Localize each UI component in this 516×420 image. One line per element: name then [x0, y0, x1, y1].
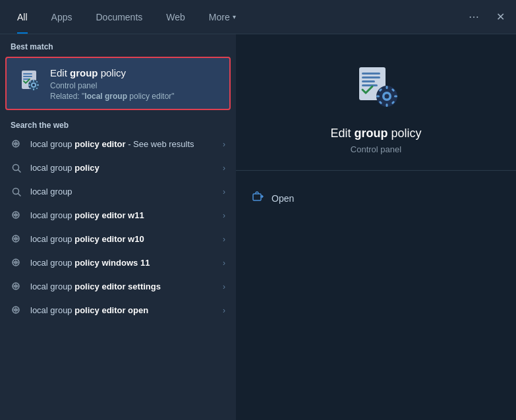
open-icon — [252, 191, 264, 206]
list-item[interactable]: local group policy windows 11 › — [0, 251, 236, 275]
search-icon — [11, 162, 22, 174]
web-search-icon — [11, 233, 22, 245]
svg-point-6 — [32, 84, 35, 86]
list-item[interactable]: local group policy editor w10 › — [0, 227, 236, 251]
chevron-right-icon: › — [223, 187, 225, 196]
best-match-item[interactable]: Edit group policy Control panel Related:… — [5, 57, 231, 110]
policy-app-icon-small — [16, 67, 42, 94]
search-item-text: local group policy — [30, 163, 215, 174]
svg-rect-8 — [33, 88, 34, 90]
list-item[interactable]: local group policy editor settings › — [0, 275, 236, 299]
more-options-button[interactable]: ⋯ — [463, 7, 484, 28]
best-match-related: Related: "local group policy editor" — [50, 92, 220, 101]
svg-rect-47 — [362, 84, 378, 86]
app-icon-large — [350, 61, 403, 113]
best-match-label: Best match — [0, 34, 236, 57]
search-item-text: local group policy editor - See web resu… — [30, 139, 215, 150]
svg-line-22 — [18, 194, 21, 196]
svg-rect-45 — [362, 76, 380, 78]
search-item-text: local group policy editor w10 — [30, 234, 215, 245]
right-app-subtitle: Control panel — [351, 144, 401, 154]
svg-rect-59 — [253, 194, 261, 200]
tab-documents[interactable]: Documents — [84, 0, 154, 34]
svg-point-50 — [384, 94, 389, 99]
tab-apps[interactable]: Apps — [40, 0, 84, 34]
list-item[interactable]: local group policy editor open › — [0, 299, 236, 322]
chevron-right-icon: › — [223, 282, 225, 291]
web-search-icon — [11, 305, 22, 316]
list-item[interactable]: local group policy editor - See web resu… — [0, 133, 236, 156]
svg-rect-2 — [23, 76, 32, 77]
list-item[interactable]: local group policy editor w11 › — [0, 204, 236, 227]
chevron-right-icon: › — [223, 164, 225, 173]
tab-more[interactable]: More ▾ — [197, 0, 248, 34]
svg-rect-52 — [386, 104, 387, 107]
right-app-title: Edit group policy — [330, 127, 421, 140]
divider — [236, 170, 516, 171]
chevron-right-icon: › — [223, 140, 225, 149]
chevron-right-icon: › — [223, 235, 225, 244]
search-icon — [11, 186, 22, 198]
more-arrow-icon: ▾ — [233, 13, 236, 20]
tab-all[interactable]: All — [5, 0, 40, 34]
search-item-text: local group — [30, 187, 215, 198]
web-search-icon — [11, 257, 22, 269]
list-item[interactable]: local group › — [0, 180, 236, 204]
main-container: Best match — [0, 34, 516, 420]
list-item[interactable]: local group policy › — [0, 156, 236, 180]
svg-rect-53 — [376, 96, 380, 98]
tabs-bar: All Apps Documents Web More ▾ ⋯ ✕ — [0, 0, 516, 34]
right-panel: Edit group policy Control panel Open — [236, 34, 516, 420]
best-match-text: Edit group policy Control panel Related:… — [50, 66, 220, 101]
chevron-right-icon: › — [223, 258, 225, 268]
svg-rect-1 — [23, 73, 32, 75]
search-item-text: local group policy editor open — [30, 305, 215, 316]
svg-rect-9 — [28, 84, 30, 86]
best-match-subtitle: Control panel — [50, 81, 220, 90]
close-button[interactable]: ✕ — [490, 7, 511, 28]
search-item-text: local group policy editor w11 — [30, 210, 215, 222]
chevron-right-icon: › — [223, 306, 225, 315]
close-icon: ✕ — [496, 11, 505, 23]
svg-rect-7 — [33, 80, 34, 82]
web-search-icon — [11, 281, 22, 293]
open-label: Open — [272, 193, 294, 204]
search-item-text: local group policy windows 11 — [30, 258, 215, 269]
header-icons: ⋯ ✕ — [463, 7, 511, 28]
svg-rect-10 — [37, 84, 39, 86]
web-search-icon — [11, 138, 22, 150]
svg-line-20 — [18, 170, 21, 173]
svg-rect-54 — [394, 96, 397, 98]
svg-rect-44 — [362, 73, 380, 75]
svg-rect-46 — [362, 80, 375, 82]
web-search-icon — [11, 210, 22, 222]
search-item-text: local group policy editor settings — [30, 282, 215, 293]
tab-web[interactable]: Web — [154, 0, 197, 34]
chevron-right-icon: › — [223, 211, 225, 220]
search-web-label: Search the web — [0, 115, 236, 133]
left-panel: Best match — [0, 34, 236, 420]
svg-rect-51 — [386, 86, 387, 89]
best-match-title: Edit group policy — [50, 66, 220, 80]
open-button[interactable]: Open — [236, 184, 516, 212]
